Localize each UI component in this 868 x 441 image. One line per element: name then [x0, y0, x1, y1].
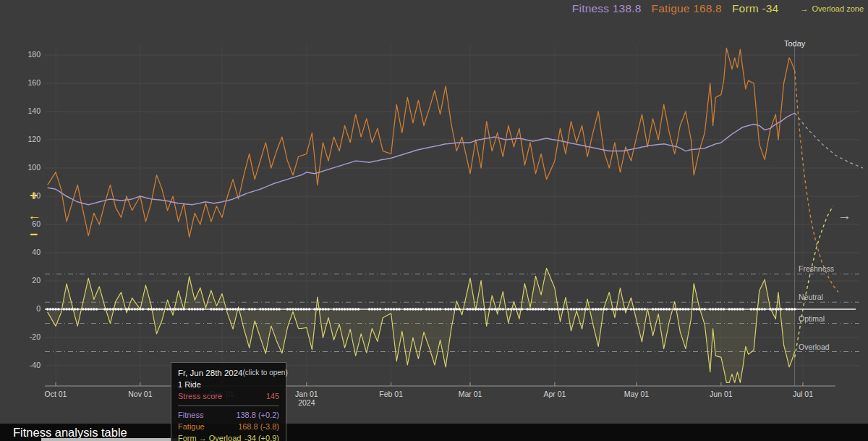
activity-dot [325, 308, 327, 310]
activity-dot [333, 308, 335, 310]
fitness-label: Fitness [572, 2, 609, 14]
activity-dot [513, 308, 515, 310]
activity-dot [150, 308, 152, 310]
activity-dot [148, 308, 150, 310]
activity-dot [259, 308, 261, 310]
activity-dot [638, 308, 640, 310]
activity-dot [717, 308, 719, 310]
activity-dot [676, 308, 678, 310]
activity-dot [221, 308, 223, 310]
activity-dot [254, 308, 256, 310]
activity-dot [578, 308, 580, 310]
activity-dot [777, 308, 779, 310]
activity-dot [447, 308, 449, 310]
activity-dot [780, 308, 782, 310]
activity-dot [134, 308, 136, 310]
pan-left-button[interactable]: ← [27, 210, 41, 222]
activity-dot [93, 308, 95, 310]
activity-dot [477, 308, 480, 310]
activity-dot [518, 308, 520, 310]
tooltip-open-hint[interactable]: (click to open) [243, 367, 288, 379]
activity-dot [515, 308, 517, 310]
y-axis-tick-label: -20 [13, 332, 41, 341]
activity-dot [136, 308, 138, 310]
activity-dot [376, 308, 378, 310]
activity-dot [248, 308, 250, 310]
zoom-out-button[interactable]: − [30, 229, 38, 240]
activity-dot [758, 308, 760, 310]
x-axis-month-label: Jun 01 [698, 390, 744, 398]
activity-dot [371, 308, 373, 310]
activity-dot [341, 308, 343, 310]
activity-dot [529, 308, 531, 310]
pan-right-button[interactable]: → [838, 210, 851, 222]
activity-dot [603, 308, 605, 310]
fitness-chart-canvas[interactable] [0, 0, 868, 424]
activity-dot [761, 308, 763, 310]
activity-dot [548, 308, 550, 310]
activity-dot [728, 308, 731, 310]
activity-dot [772, 308, 774, 310]
activity-dot [188, 308, 190, 310]
activity-dot [633, 308, 635, 310]
activity-dot [433, 308, 435, 310]
activity-dot [741, 308, 744, 310]
arrow-right-icon: → [800, 4, 808, 13]
activity-dot [106, 308, 109, 310]
activity-dot [586, 308, 588, 310]
activity-dot [373, 308, 375, 310]
activity-dot [191, 308, 193, 310]
activity-dot [553, 308, 556, 310]
activity-dot [128, 308, 130, 310]
activity-dot [390, 308, 392, 310]
activity-dot [88, 308, 90, 310]
zone-label-freshness: Freshness [799, 264, 834, 273]
activity-dot [475, 308, 477, 310]
x-axis-month-label: Jul 01 [780, 390, 826, 398]
tooltip-form-value: -34 (+0.9) [244, 432, 279, 441]
activity-dot [63, 308, 65, 310]
activity-dot [472, 308, 474, 310]
activity-dot [709, 308, 711, 310]
x-axis-month-label: Mar 01 [447, 390, 493, 398]
activity-dot [286, 308, 289, 310]
activity-dot [775, 308, 777, 310]
activity-dot [444, 308, 446, 310]
horizontal-scrollbar[interactable] [41, 438, 179, 441]
activity-dot [338, 308, 340, 310]
activity-dot [467, 308, 469, 310]
activity-dot [297, 308, 299, 310]
activity-dot [584, 308, 586, 310]
activity-dot [431, 308, 433, 310]
activity-dot [665, 308, 668, 310]
activity-dot [540, 308, 542, 310]
activity-dot [158, 308, 161, 310]
zone-label-overload: Overload [799, 343, 830, 351]
activity-dot [652, 308, 654, 310]
fitness-chart-app: Fitness 138.8 Fatigue 168.8 Form -34 →Ov… [0, 0, 868, 441]
y-axis-tick-label: 40 [13, 248, 41, 256]
activity-dot [278, 308, 280, 310]
activity-dot [644, 308, 646, 310]
day-tooltip[interactable]: Fr, Jun 28th 2024(click to open) 1 Ride … [171, 362, 286, 441]
activity-dot [480, 308, 482, 310]
activity-dot [114, 308, 116, 310]
activity-dot [550, 308, 553, 310]
zoom-in-button[interactable]: + [30, 190, 38, 201]
activity-dot [308, 308, 310, 310]
activity-dot [660, 308, 662, 310]
activity-dot [788, 308, 790, 310]
y-axis-tick-label: -40 [13, 361, 41, 369]
y-axis-tick-label: 0 [13, 304, 41, 313]
x-axis-month-label: Oct 01 [33, 390, 79, 398]
activity-dot [103, 308, 106, 310]
activity-dot [49, 308, 51, 310]
fitness-line [48, 113, 795, 204]
activity-dot [368, 308, 370, 310]
activity-dot [635, 308, 637, 310]
activity-dot [704, 308, 706, 310]
tooltip-stress-value: 145 [266, 390, 279, 402]
activity-dot [322, 308, 324, 310]
activity-dot [153, 308, 155, 310]
activity-dot [357, 308, 359, 310]
